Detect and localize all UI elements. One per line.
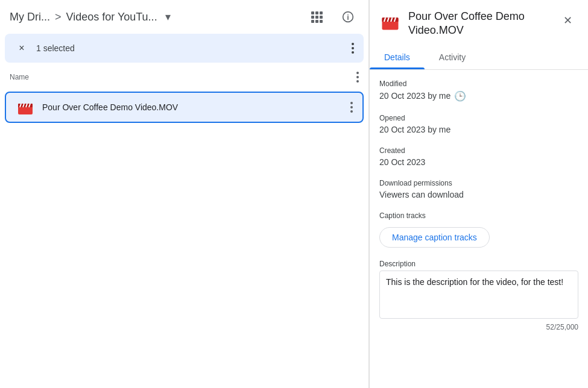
selection-close-button[interactable]: × [14,41,29,55]
manage-caption-tracks-button[interactable]: Manage caption tracks [379,227,490,248]
file-list-more-button[interactable] [356,72,359,83]
modified-section: Modified 20 Oct 2023 by me 🕒 [379,80,578,102]
breadcrumb-current[interactable]: Videos for YouTu... [66,11,157,23]
description-section: Description 52/25,000 [379,260,578,331]
created-value: 20 Oct 2023 [379,157,578,167]
download-label: Download permissions [379,179,578,187]
opened-label: Opened [379,114,578,122]
file-row[interactable]: Pour Over Coffee Demo Video.MOV [5,92,364,123]
breadcrumb-bar: My Dri... > Videos for YouTu... ▾ [0,0,368,34]
download-value: Viewers can download [379,190,578,199]
description-textarea[interactable] [379,271,578,319]
selection-bar: × 1 selected [5,34,364,63]
char-count: 52/25,000 [379,323,578,331]
modified-label: Modified [379,80,578,88]
file-more-icon [350,102,353,113]
header-more-icon [356,72,359,83]
breadcrumb-root[interactable]: My Dri... [10,11,50,23]
selection-more-button[interactable] [352,43,354,54]
more-icon [352,43,354,54]
file-more-button[interactable] [350,102,353,113]
opened-section: Opened 20 Oct 2023 by me [379,114,578,134]
panel-close-button[interactable]: ✕ [557,10,578,31]
file-list-name-header: Name [10,73,356,81]
description-label: Description [379,260,578,268]
left-panel: My Dri... > Videos for YouTu... ▾ [0,0,369,388]
caption-label: Caption tracks [379,211,578,220]
modified-value: 20 Oct 2023 by me 🕒 [379,90,578,102]
video-file-icon [16,98,35,117]
tab-activity[interactable]: Activity [425,45,480,69]
svg-point-2 [347,14,349,16]
created-label: Created [379,146,578,155]
panel-title: Pour Over Coffee Demo Video.MOV [408,10,549,38]
opened-value: 20 Oct 2023 by me [379,125,578,134]
breadcrumb-separator: > [55,11,62,23]
panel-header: Pour Over Coffee Demo Video.MOV ✕ [370,0,588,45]
info-icon [342,11,354,23]
created-section: Created 20 Oct 2023 [379,146,578,167]
caption-section: Caption tracks Manage caption tracks [379,211,578,248]
right-panel: Pour Over Coffee Demo Video.MOV ✕ Detail… [369,0,588,388]
panel-clapperboard-icon [379,11,401,33]
panel-content: Modified 20 Oct 2023 by me 🕒 Opened 20 O… [370,70,588,388]
file-list-header: Name [0,63,368,92]
history-icon[interactable]: 🕒 [454,90,466,102]
selection-count: 1 selected [36,43,344,53]
panel-tabs: Details Activity [370,45,588,70]
panel-video-icon [379,11,401,33]
grid-view-button[interactable] [306,6,327,28]
download-section: Download permissions Viewers can downloa… [379,179,578,199]
file-name: Pour Over Coffee Demo Video.MOV [42,102,343,112]
breadcrumb-dropdown-icon[interactable]: ▾ [162,11,174,23]
header-icons [306,6,359,28]
info-button[interactable] [337,6,359,28]
grid-icon [311,11,323,23]
clapperboard-icon [16,98,35,117]
panel-title-area: Pour Over Coffee Demo Video.MOV [408,10,549,38]
tab-details[interactable]: Details [370,45,425,69]
